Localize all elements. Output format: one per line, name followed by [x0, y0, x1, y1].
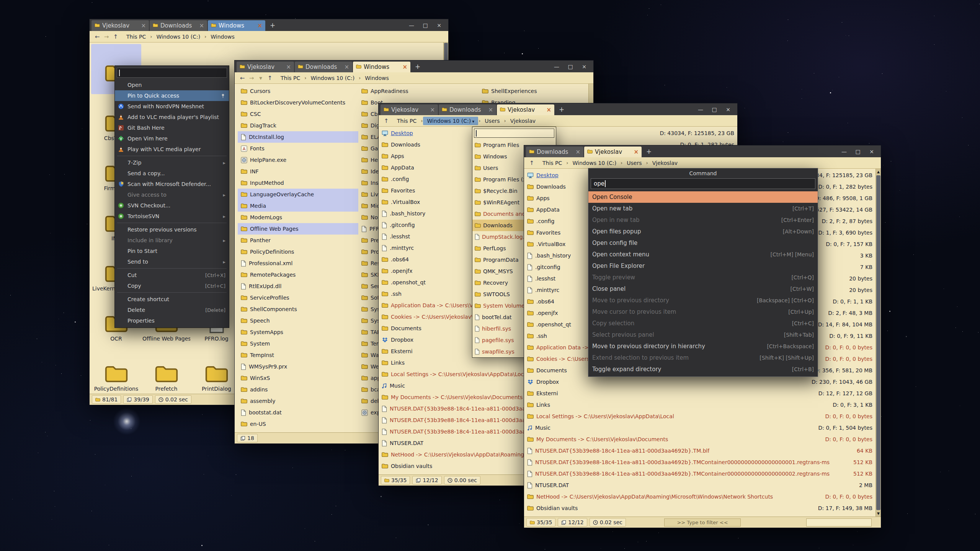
file-row[interactable]: NTUSER.DAT{53b39e88-18c4-11ea-a811-000d3… — [524, 445, 875, 456]
forward-button[interactable]: → — [247, 75, 256, 82]
file-row[interactable]: Local Settings -> C:\Users\Vjekoslav\App… — [524, 411, 875, 422]
file-row[interactable]: BitLockerDiscoveryVolumeContents — [238, 97, 358, 108]
tab-close-icon[interactable]: × — [634, 148, 639, 155]
file-row[interactable]: TempInst — [238, 349, 358, 361]
menu-item-add-to-vlc-media-player-s-playlist[interactable]: Add to VLC media player's Playlist — [115, 112, 229, 122]
tab-close-icon[interactable]: × — [199, 22, 204, 29]
menu-item-delete[interactable]: Delete[Delete] — [115, 305, 229, 315]
scrollbar-thumb[interactable] — [876, 175, 880, 510]
close-button[interactable]: × — [577, 64, 591, 70]
file-row[interactable]: Speech — [238, 315, 358, 326]
palette-item-select-previous-panel[interactable]: Select previous panel[Shift+Tab] — [588, 329, 818, 341]
file-row[interactable]: Panther — [238, 235, 358, 246]
scroll-up-button[interactable]: ▲ — [876, 169, 881, 175]
maximize-button[interactable]: □ — [418, 22, 432, 28]
breadcrumb-item-this-pc[interactable]: This PC — [122, 33, 150, 41]
file-row[interactable]: PolicyDefinitions — [238, 246, 358, 258]
breadcrumb-item-windows-10-c[interactable]: Windows 10 (C:) — [152, 33, 204, 41]
file-row[interactable]: ShellExperiences — [479, 85, 588, 97]
tab-vjekoslav[interactable]: Vjekoslav× — [91, 20, 149, 31]
breadcrumb-item-windows-10-c[interactable]: Windows 10 (C:) ▾ — [423, 117, 478, 125]
file-row[interactable]: ShellComponents — [238, 303, 358, 315]
file-row[interactable]: MusicD: 0, F: 1, 504 bytes — [524, 422, 875, 434]
close-button[interactable]: × — [721, 106, 735, 112]
menu-item-send-a-copy[interactable]: Send a copy... — [115, 168, 229, 179]
titlebar[interactable]: Vjekoslav×Downloads×Windows×+ — □ × — [235, 60, 593, 72]
tab-downloads[interactable]: Downloads× — [295, 62, 352, 72]
breadcrumb-item-windows[interactable]: Windows — [207, 33, 238, 41]
file-row[interactable]: NTUSER.DAT{53b39e88-18c4-11ea-a811-000d3… — [524, 468, 875, 479]
tab-vjekoslav[interactable]: Vjekoslav× — [497, 104, 554, 115]
menu-item-7-zip[interactable]: 7-Zip▸ — [115, 157, 229, 168]
menu-item-include-in-library[interactable]: Include in library▸ — [115, 235, 229, 246]
tab-downloads[interactable]: Downloads× — [439, 104, 496, 115]
menu-item-give-access-to[interactable]: Give access to▸ — [115, 189, 229, 200]
file-row[interactable]: Media — [238, 200, 358, 212]
tab-close-icon[interactable]: × — [344, 64, 349, 70]
tab-close-icon[interactable]: × — [430, 106, 435, 113]
tab-close-icon[interactable]: × — [286, 64, 291, 70]
file-row[interactable]: INF — [238, 166, 358, 177]
vertical-scrollbar[interactable]: ▲ ▼ — [875, 169, 881, 517]
file-row[interactable]: RemotePackages — [238, 269, 358, 280]
file-row[interactable]: WMSysPr9.prx — [238, 361, 358, 372]
tab-vjekoslav[interactable]: Vjekoslav× — [381, 104, 438, 115]
menu-item-properties[interactable]: Properties — [115, 315, 229, 326]
history-dropdown-button[interactable]: ▾ — [256, 75, 265, 82]
breadcrumb-item-windows[interactable]: Windows — [361, 74, 393, 82]
palette-item-extend-selection-to-previous-item[interactable]: Extend selection to previous item[Shift+… — [588, 352, 818, 364]
breadcrumb-item-this-pc[interactable]: This PC — [539, 159, 566, 167]
breadcrumb-item-this-pc[interactable]: This PC — [393, 117, 420, 125]
menu-item-create-shortcut[interactable]: Create shortcut — [115, 294, 229, 305]
type-to-filter-box[interactable]: >> Type to filter << — [664, 518, 741, 527]
menu-item-open-vim-here[interactable]: Open Vim here — [115, 133, 229, 144]
minimize-button[interactable]: — — [694, 106, 707, 112]
file-row[interactable]: WinSxS — [238, 372, 358, 384]
new-tab-button[interactable]: + — [266, 19, 279, 31]
file-row[interactable]: NTUSER.DAT{53b39e88-18c4-11ea-a811-000d3… — [524, 456, 875, 468]
file-row[interactable]: Offline Web Pages — [238, 223, 358, 235]
scroll-down-button[interactable]: ▼ — [876, 510, 881, 517]
back-button[interactable]: ← — [238, 75, 247, 82]
file-row[interactable]: ModemLogs — [238, 212, 358, 223]
breadcrumb-item-windows-10-c[interactable]: Windows 10 (C:) — [568, 159, 620, 167]
menu-item-git-bash-here[interactable]: Git Bash Here — [115, 122, 229, 133]
up-button[interactable]: ↑ — [265, 75, 274, 82]
titlebar[interactable]: Vjekoslav×Downloads×Vjekoslav×+ — □ × — [379, 103, 737, 115]
up-button[interactable]: ↑ — [527, 160, 536, 166]
palette-item-open-context-menu[interactable]: Open context menu[Ctrl+M] [Menu] — [588, 249, 818, 260]
new-tab-button[interactable]: + — [642, 145, 655, 157]
file-row[interactable]: DtcInstall.log — [238, 131, 358, 143]
menu-item-send-to[interactable]: Send to▸ — [115, 256, 229, 267]
file-row[interactable]: Professional.xml — [238, 258, 358, 269]
file-row[interactable]: DropboxD: 230, F: 1043, 46 GB — [524, 376, 875, 388]
palette-item-toggle-preview[interactable]: Toggle preview[Ctrl+Q] — [588, 272, 818, 283]
up-button[interactable]: ↑ — [111, 33, 120, 40]
palette-item-toggle-expand-directory[interactable]: Toggle expand directory[Ctrl+B] — [588, 364, 818, 375]
file-icon-cell[interactable]: PolicyDefinitions — [91, 345, 141, 394]
up-button[interactable]: ↑ — [382, 117, 391, 124]
file-row[interactable]: RtlExUpd.dll — [238, 280, 358, 292]
palette-item-move-to-previous-directory-in-hierarchy[interactable]: Move to previous directory in hierarchy[… — [588, 341, 818, 352]
menu-item-send-with-nordvpn-meshnet[interactable]: Send with NordVPN Meshnet — [115, 101, 229, 112]
file-row[interactable]: bootstat.dat — [238, 407, 358, 418]
file-row[interactable]: NTUSER.DAT2 MB — [524, 479, 875, 491]
file-row[interactable]: LanguageOverlayCache — [238, 189, 358, 200]
menu-item-cut[interactable]: Cut[Ctrl+X] — [115, 270, 229, 280]
file-row[interactable]: ServiceProfiles — [238, 292, 358, 303]
file-row[interactable]: assembly — [238, 395, 358, 407]
file-row[interactable]: en-US — [238, 418, 358, 430]
titlebar[interactable]: Downloads×Vjekoslav×+ — □ × — [524, 145, 881, 157]
breadcrumb-item-users[interactable]: Users — [623, 159, 645, 167]
tab-close-icon[interactable]: × — [546, 106, 551, 113]
breadcrumb-item-this-pc[interactable]: This PC — [277, 74, 304, 82]
file-row[interactable]: EksterniD: 12, F: 127, 12 GB — [524, 388, 875, 399]
palette-item-move-cursor-to-previous-item[interactable]: Move cursor to previous item[Ctrl+Up] — [588, 306, 818, 318]
file-row[interactable]: DesktopD: 43034, F: 125185, 23 GB — [379, 127, 737, 139]
palette-item-open-file-explorer[interactable]: Open File Explorer — [588, 260, 818, 272]
minimize-button[interactable]: — — [405, 22, 418, 28]
file-row[interactable]: LinksD: 0, F: 3, 1 KB — [524, 399, 875, 411]
palette-item-open-config-file[interactable]: Open config file — [588, 237, 818, 249]
tab-windows[interactable]: Windows× — [353, 62, 410, 72]
tab-vjekoslav[interactable]: Vjekoslav× — [584, 147, 642, 157]
